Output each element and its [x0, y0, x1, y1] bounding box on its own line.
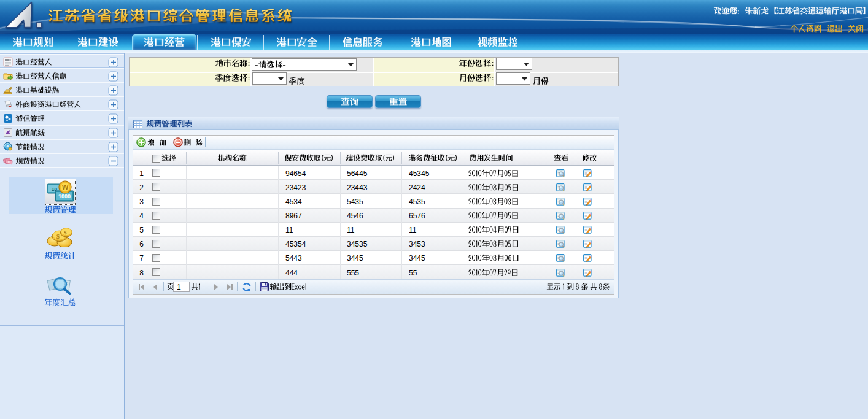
svg-text:W: W: [62, 183, 69, 191]
svg-text:$: $: [56, 233, 60, 240]
svg-text:1000: 1000: [58, 193, 71, 199]
svg-text:$: $: [64, 229, 67, 236]
